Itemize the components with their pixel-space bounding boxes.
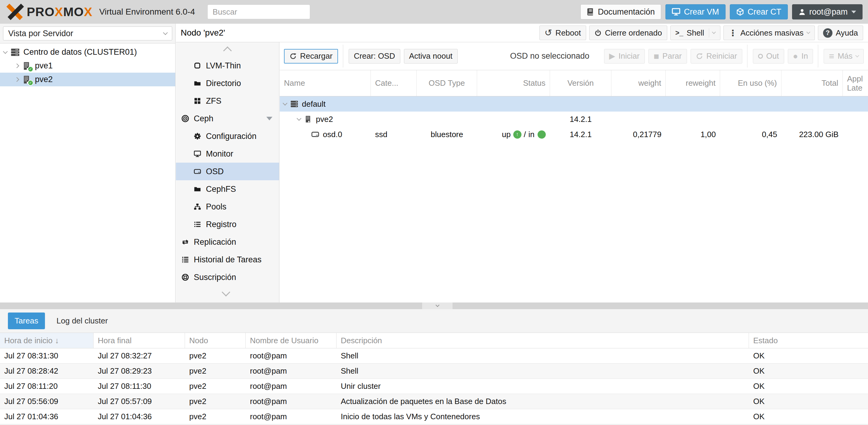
- menu-item-monitor[interactable]: Monitor: [176, 145, 279, 163]
- scroll-up-icon[interactable]: [223, 47, 232, 55]
- list-icon: [193, 221, 202, 228]
- menu-item-zfs[interactable]: ZFS: [176, 92, 279, 110]
- up-status-icon: ↑: [513, 131, 522, 139]
- user-icon: [799, 8, 806, 16]
- task-row[interactable]: Jul 27 08:31:30 Jul 27 08:32:27 pve2 roo…: [0, 348, 868, 364]
- set-noout-button[interactable]: Activa noout: [404, 49, 458, 63]
- expander-icon: [3, 49, 8, 54]
- osd-row-pve2[interactable]: pve2 14.2.1: [280, 112, 868, 127]
- column-header-status[interactable]: Estado: [749, 333, 868, 348]
- column-header-total[interactable]: Total: [781, 70, 843, 96]
- chevron-down-icon: [436, 303, 439, 307]
- scroll-down-icon[interactable]: [222, 288, 230, 296]
- stop-button[interactable]: ■ Parar: [648, 49, 687, 63]
- column-header-latency[interactable]: ApplLate: [843, 70, 868, 96]
- folder-icon: [193, 186, 202, 193]
- sort-desc-icon: ↓: [55, 336, 59, 345]
- chevron-down-icon: [855, 54, 859, 57]
- tree-item-datacenter[interactable]: Centro de datos (CLUSTER01): [0, 45, 175, 59]
- column-header-start-time[interactable]: Hora de inicio ↓: [0, 333, 94, 348]
- host-icon: [304, 115, 312, 123]
- repeat-icon: [181, 238, 189, 246]
- menu-item-replicacion[interactable]: Replicación: [176, 233, 279, 251]
- power-icon: [594, 29, 602, 36]
- root-icon: [290, 100, 298, 108]
- column-header-username[interactable]: Nombre de Usuario: [246, 333, 337, 348]
- menu-item-osd[interactable]: OSD: [176, 163, 279, 180]
- expander-icon[interactable]: [283, 101, 288, 106]
- create-osd-button[interactable]: Crear: OSD: [349, 49, 400, 63]
- menu-item-configuracion[interactable]: Configuración: [176, 128, 279, 145]
- tab-log-del-cluster[interactable]: Log del cluster: [57, 316, 108, 325]
- column-header-reweight[interactable]: reweight: [666, 70, 720, 96]
- column-header-osd-type[interactable]: OSD Type: [417, 70, 477, 96]
- expander-icon: [14, 77, 20, 82]
- brand-wordmark: PROXMOX: [27, 6, 93, 18]
- tree-item-pve2[interactable]: ✓ pve2: [0, 73, 175, 86]
- restart-button[interactable]: Reiniciar: [691, 49, 742, 63]
- life-ring-icon: [181, 274, 189, 281]
- tasks-table-header: Hora de inicio ↓ Hora final Nodo Nombre …: [0, 333, 868, 348]
- menu-item-registro[interactable]: Registro: [176, 216, 279, 233]
- gear-icon: [193, 133, 202, 140]
- menu-item-cephfs[interactable]: CephFS: [176, 180, 279, 198]
- column-header-name[interactable]: Name: [280, 70, 371, 96]
- shutdown-button[interactable]: Cierre ordenado: [589, 26, 667, 40]
- shell-button[interactable]: >_ Shell: [670, 26, 720, 40]
- tab-tareas[interactable]: Tareas: [8, 313, 45, 329]
- create-ct-button[interactable]: Crear CT: [730, 4, 788, 20]
- menu-item-directorio[interactable]: Directorio: [176, 75, 279, 92]
- bottom-panel: Tareas Log del cluster Hora de inicio ↓ …: [0, 309, 868, 425]
- column-header-status[interactable]: Status: [477, 70, 550, 96]
- bulk-actions-button[interactable]: ⋮ Acciónes masivas: [723, 26, 815, 40]
- menu-item-suscripcion[interactable]: Suscripción: [176, 268, 279, 286]
- reboot-button[interactable]: ↺ Reboot: [539, 26, 586, 40]
- task-row[interactable]: Jul 27 08:11:20 Jul 27 08:11:30 pve2 roo…: [0, 379, 868, 394]
- expander-icon[interactable]: [297, 116, 302, 121]
- view-selector[interactable]: Vista por Servidor: [3, 26, 172, 40]
- circle-filled-icon: ●: [793, 51, 798, 61]
- horizontal-splitter[interactable]: [0, 303, 868, 309]
- create-vm-button[interactable]: Crear VM: [665, 4, 725, 20]
- column-header-version[interactable]: Versión: [550, 70, 611, 96]
- help-icon: ?: [823, 28, 833, 38]
- menu-item-historial[interactable]: Historial de Tareas: [176, 251, 279, 268]
- search-input[interactable]: [208, 5, 310, 19]
- menu-item-lvmthin[interactable]: LVM-Thin: [176, 57, 279, 75]
- menu-item-pools[interactable]: Pools: [176, 198, 279, 216]
- collapse-icon[interactable]: [266, 117, 272, 120]
- resource-tree: Centro de datos (CLUSTER01) ✓ pve1 ✓ pve…: [0, 43, 175, 303]
- more-button[interactable]: ≡ Más: [824, 49, 864, 63]
- documentation-button[interactable]: Documentación: [580, 4, 661, 20]
- status-online-badge: ✓: [28, 66, 33, 72]
- reload-button[interactable]: Recargar: [284, 49, 338, 63]
- node-header: Nodo 'pve2' ↺ Reboot Cierre ordenado >_ …: [176, 24, 868, 42]
- column-header-node[interactable]: Nodo: [185, 333, 246, 348]
- chevron-down-icon: [712, 30, 716, 34]
- terminal-icon: >_: [676, 29, 683, 37]
- status-online-badge: ✓: [28, 80, 33, 86]
- menu-bars-icon: ≡: [829, 51, 834, 61]
- column-header-end-time[interactable]: Hora final: [94, 333, 185, 348]
- proxmox-logo-icon: [5, 3, 25, 20]
- task-row[interactable]: Jul 27 01:04:36 Jul 27 01:04:36 pve2 roo…: [0, 409, 868, 424]
- monitor-icon: [193, 150, 202, 158]
- osd-row-osd0[interactable]: osd.0 ssd bluestore up ↑ / in 14.2.1 0,2…: [280, 127, 868, 142]
- task-row[interactable]: Jul 27 08:28:42 Jul 27 08:29:23 pve2 roo…: [0, 364, 868, 379]
- drive-icon: [311, 131, 319, 138]
- task-row[interactable]: Jul 27 05:56:09 Jul 27 05:57:09 pve2 roo…: [0, 394, 868, 409]
- in-button[interactable]: ● In: [788, 49, 813, 63]
- splitter-handle[interactable]: [422, 303, 453, 309]
- start-button[interactable]: ▶ Iniciar: [604, 49, 645, 63]
- menu-item-ceph[interactable]: Ceph: [176, 110, 279, 128]
- column-header-category[interactable]: Cate...: [371, 70, 417, 96]
- tree-item-pve1[interactable]: ✓ pve1: [0, 59, 175, 73]
- column-header-weight[interactable]: weight: [611, 70, 666, 96]
- column-header-description[interactable]: Descripción: [337, 333, 749, 348]
- osd-table-header: Name Cate... OSD Type Status Versión wei…: [280, 70, 868, 96]
- osd-row-default[interactable]: default: [280, 96, 868, 112]
- out-button[interactable]: Out: [753, 49, 784, 63]
- column-header-used[interactable]: En uso (%): [720, 70, 781, 96]
- help-button[interactable]: ? Ayuda: [818, 26, 863, 40]
- user-menu-button[interactable]: root@pam: [792, 4, 863, 20]
